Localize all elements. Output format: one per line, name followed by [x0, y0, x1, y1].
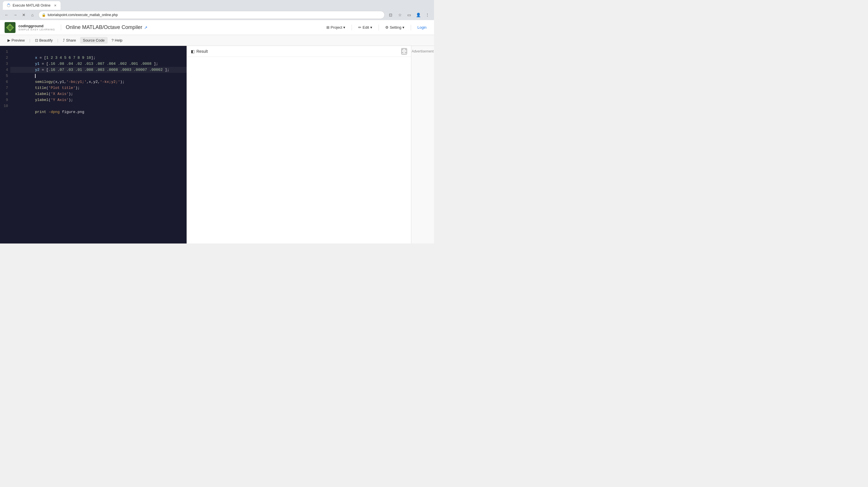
- help-icon: ?: [112, 38, 114, 42]
- code-area[interactable]: x = [1 2 3 4 5 6 7 8 9 10]; y1 = [.16 .0…: [10, 46, 187, 244]
- source-code-label: Source Code: [83, 38, 105, 42]
- loading-spinner: [7, 4, 10, 7]
- profile-icon[interactable]: 👤: [414, 11, 422, 19]
- tab-title: Execute MATLAB Online: [12, 3, 51, 7]
- help-label: Help: [115, 38, 123, 42]
- setting-btn[interactable]: ⚙ Setting ▾: [382, 24, 407, 31]
- app-container: codingground SIMPLE EASY LEARNING Online…: [0, 20, 434, 244]
- result-icon: ◧: [191, 49, 195, 54]
- screenshot-icon[interactable]: ⊡: [387, 11, 394, 19]
- login-btn[interactable]: Login: [414, 24, 429, 31]
- home-btn[interactable]: ⌂: [29, 11, 36, 19]
- advertisement-area: Advertisement: [411, 46, 434, 244]
- line-num-9: 9: [2, 97, 8, 103]
- line-num-4: 4: [2, 67, 8, 73]
- app-header: codingground SIMPLE EASY LEARNING Online…: [0, 20, 434, 35]
- share-btn[interactable]: ⤴ Share: [60, 37, 79, 43]
- fullscreen-btn[interactable]: ⛶: [401, 48, 407, 55]
- tab-close-btn[interactable]: ✕: [54, 4, 57, 7]
- lock-icon: 🔒: [42, 13, 46, 17]
- tab-bar: Execute MATLAB Online ✕: [0, 0, 434, 10]
- setting-icon: ⚙: [385, 25, 389, 30]
- main-content: 1 2 3 4 5 6 7 8 9 10 x = [1 2 3 4 5 6 7 …: [0, 46, 434, 244]
- result-title: ◧ Result: [191, 49, 208, 54]
- share-label: Share: [66, 38, 76, 42]
- source-code-btn[interactable]: Source Code: [80, 37, 107, 43]
- share-icon: ⤴: [63, 38, 65, 42]
- code-line-5: semilogy(x,y1,'-bo;y1;',x,y2,'-kx;y2;');: [10, 73, 187, 79]
- line-numbers: 1 2 3 4 5 6 7 8 9 10: [0, 46, 10, 244]
- toolbar-sep-1: |: [29, 38, 30, 42]
- toolbar-sep-2: |: [57, 38, 58, 42]
- beautify-btn[interactable]: ⊡ Beautify: [32, 37, 56, 43]
- nav-buttons: ← → ✕ ⌂: [3, 11, 36, 19]
- edit-chevron: ▾: [370, 25, 372, 30]
- app-title-area: Online MATLAB/Octave Compiler ↗: [61, 24, 148, 30]
- preview-icon: ▶: [7, 38, 10, 42]
- browser-actions: ⊡ ☆ ▭ 👤 ⋮: [387, 11, 431, 19]
- back-btn[interactable]: ←: [3, 11, 10, 19]
- advertisement-label: Advertisement: [412, 49, 434, 53]
- edit-icon: ✏: [358, 25, 361, 30]
- line-num-2: 2: [2, 55, 8, 61]
- edit-btn[interactable]: ✏ Edit ▾: [355, 24, 375, 31]
- line-num-7: 7: [2, 85, 8, 91]
- preview-label: Preview: [11, 38, 25, 42]
- address-bar[interactable]: 🔒 tutorialspoint.com/execute_matlab_onli…: [38, 11, 384, 19]
- line-num-3: 3: [2, 61, 8, 67]
- external-link-icon[interactable]: ↗: [144, 25, 148, 30]
- project-chevron: ▾: [343, 25, 345, 30]
- logo-icon: [5, 22, 16, 33]
- code-editor[interactable]: 1 2 3 4 5 6 7 8 9 10 x = [1 2 3 4 5 6 7 …: [0, 46, 187, 244]
- project-btn[interactable]: ⊞ Project ▾: [323, 24, 348, 31]
- result-header: ◧ Result ⛶: [187, 46, 411, 57]
- line-num-1: 1: [2, 49, 8, 55]
- cursor: [35, 74, 36, 78]
- code-line-1: x = [1 2 3 4 5 6 7 8 9 10];: [10, 49, 187, 55]
- app-title-text: Online MATLAB/Octave Compiler: [66, 24, 143, 30]
- line-num-6: 6: [2, 79, 8, 85]
- logo-tagline: SIMPLE EASY LEARNING: [19, 28, 55, 31]
- beautify-label: Beautify: [39, 38, 53, 42]
- setting-chevron: ▾: [402, 25, 404, 30]
- project-label: Project: [331, 25, 342, 30]
- code-line-10: print -dpng figure.png: [10, 103, 187, 109]
- edit-label: Edit: [363, 25, 369, 30]
- sidebar-icon[interactable]: ▭: [405, 11, 413, 19]
- logo-area: codingground SIMPLE EASY LEARNING: [5, 22, 55, 33]
- result-title-text: Result: [196, 49, 208, 54]
- logo-name: codingground: [19, 24, 55, 28]
- result-content: [187, 57, 411, 244]
- project-icon: ⊞: [327, 25, 330, 30]
- line-num-8: 8: [2, 91, 8, 97]
- help-btn[interactable]: ? Help: [109, 37, 125, 43]
- result-panel: ◧ Result ⛶: [187, 46, 411, 244]
- line-num-10: 10: [2, 103, 8, 109]
- toolbar: ▶ Preview | ⊡ Beautify | ⤴ Share Source …: [0, 35, 434, 46]
- menu-icon[interactable]: ⋮: [424, 11, 431, 19]
- browser-titlebar: ← → ✕ ⌂ 🔒 tutorialspoint.com/execute_mat…: [0, 10, 434, 20]
- browser-tab[interactable]: Execute MATLAB Online ✕: [3, 1, 61, 10]
- url-text: tutorialspoint.com/execute_matlab_online…: [48, 13, 381, 17]
- header-divider-3: [411, 25, 411, 30]
- forward-btn[interactable]: →: [11, 11, 19, 19]
- header-actions: ⊞ Project ▾ ✏ Edit ▾ ⚙ Setting ▾ Login: [323, 24, 429, 31]
- logo-text: codingground SIMPLE EASY LEARNING: [19, 24, 55, 31]
- setting-label: Setting: [390, 25, 401, 30]
- browser-chrome: Execute MATLAB Online ✕ ← → ✕ ⌂ 🔒 tutori…: [0, 0, 434, 20]
- line-num-5: 5: [2, 73, 8, 79]
- beautify-icon: ⊡: [35, 38, 38, 42]
- bookmark-icon[interactable]: ☆: [396, 11, 404, 19]
- reload-btn[interactable]: ✕: [20, 11, 28, 19]
- preview-btn[interactable]: ▶ Preview: [5, 37, 28, 43]
